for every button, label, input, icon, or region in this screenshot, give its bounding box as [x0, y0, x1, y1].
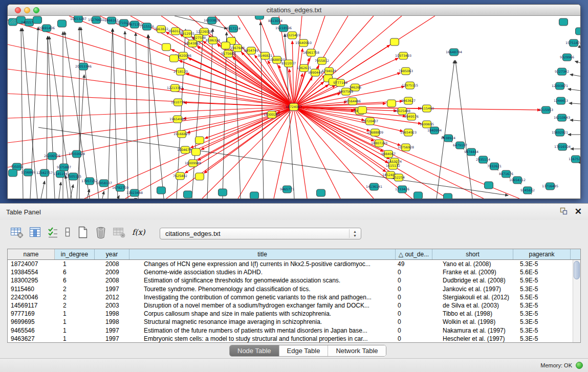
- graph-node[interactable]: 2935114: [476, 156, 490, 163]
- graph-node[interactable]: 17016504: [554, 143, 571, 150]
- graph-node[interactable]: 18720407: [362, 118, 378, 125]
- graph-node[interactable]: [317, 189, 325, 196]
- table-settings-icon[interactable]: [10, 226, 24, 240]
- graph-node[interactable]: [9, 169, 17, 177]
- graph-node[interactable]: 7485063: [399, 68, 413, 75]
- tab-edge-table[interactable]: Edge Table: [279, 345, 329, 356]
- table-selector-dropdown[interactable]: citations_edges.txt ▲▼: [160, 228, 361, 239]
- table-vertical-scrollbar[interactable]: [573, 260, 580, 342]
- close-panel-icon[interactable]: ✕: [575, 208, 582, 216]
- graph-node[interactable]: 11923448: [126, 189, 143, 196]
- graph-node[interactable]: [192, 148, 201, 156]
- graph-node[interactable]: [255, 16, 264, 19]
- graph-node[interactable]: 15751874: [565, 39, 580, 47]
- column-header[interactable]: name: [8, 249, 55, 259]
- graph-node[interactable]: 8938924: [441, 135, 455, 142]
- graph-node[interactable]: 16009948: [185, 160, 201, 167]
- graph-node[interactable]: 8454749: [244, 47, 258, 54]
- function-builder-icon[interactable]: f(x): [132, 226, 146, 240]
- window-titlebar[interactable]: citations_edges.txt: [8, 5, 580, 16]
- graph-node[interactable]: 8322037: [281, 60, 296, 67]
- graph-node[interactable]: 6497568: [339, 88, 353, 95]
- tab-node-table[interactable]: Node Table: [230, 345, 279, 356]
- graph-node[interactable]: 9245652: [520, 187, 535, 194]
- graph-node[interactable]: [219, 189, 227, 196]
- resize-grip-icon[interactable]: [8, 16, 16, 24]
- graph-node[interactable]: 1733426: [395, 186, 409, 193]
- table-row[interactable]: 977716911998Corpus callosum shape and si…: [8, 310, 580, 318]
- memory-status-indicator[interactable]: [576, 362, 583, 369]
- graph-node[interactable]: 10654112: [509, 177, 526, 184]
- column-header[interactable]: pagerank: [513, 249, 571, 259]
- column-header[interactable]: in_degree: [55, 249, 95, 259]
- graph-node[interactable]: 2367608: [230, 45, 245, 52]
- graph-node[interactable]: 12093871: [552, 82, 568, 90]
- graph-node[interactable]: 9474444: [464, 148, 478, 156]
- graph-node[interactable]: 1244413: [554, 97, 568, 104]
- graph-node[interactable]: 19166825: [173, 130, 190, 138]
- graph-node[interactable]: [250, 192, 259, 199]
- graph-node[interactable]: 8471676: [499, 170, 513, 178]
- graph-canvas[interactable]: 2405571720691406106532871527660264661611…: [8, 16, 580, 199]
- graph-node[interactable]: 19218596: [275, 25, 292, 32]
- column-checklist-icon[interactable]: [47, 226, 58, 240]
- graph-node[interactable]: [485, 182, 493, 189]
- graph-node[interactable]: 7832621: [487, 163, 502, 170]
- minimize-window-button[interactable]: [24, 7, 30, 13]
- graph-node[interactable]: [358, 106, 367, 114]
- graph-node[interactable]: 6794028: [322, 68, 336, 75]
- graph-node[interactable]: 7515526: [140, 23, 154, 30]
- graph-node[interactable]: 9115460: [420, 105, 434, 112]
- table-mode-icon[interactable]: [64, 226, 71, 240]
- column-header[interactable]: △ out_de...: [396, 249, 432, 259]
- table-row[interactable]: 969969511998Structural magnetic resonanc…: [8, 318, 580, 326]
- graph-node[interactable]: [170, 55, 179, 62]
- graph-node[interactable]: 7663822: [154, 26, 168, 33]
- table-row[interactable]: 2242004622012Investigating the contribut…: [8, 293, 580, 301]
- graph-node[interactable]: 10688809: [367, 129, 383, 136]
- table-row[interactable]: 946554611997Estimation of the future num…: [8, 326, 580, 335]
- graph-node[interactable]: 1167533: [569, 156, 580, 163]
- graph-node[interactable]: 9884067: [381, 150, 396, 158]
- graph-node[interactable]: 15325419: [284, 32, 300, 39]
- graph-node[interactable]: [387, 100, 396, 107]
- column-header[interactable]: year: [95, 249, 129, 259]
- graph-node[interactable]: 12342757: [36, 169, 53, 177]
- graph-node[interactable]: [414, 192, 423, 199]
- graph-node[interactable]: [162, 43, 171, 51]
- graph-node[interactable]: 9227342: [555, 68, 569, 75]
- table-row[interactable]: 1938455462009Genome-wide association stu…: [8, 268, 580, 276]
- graph-node[interactable]: 7625402: [173, 172, 187, 180]
- column-header[interactable]: title: [129, 249, 396, 259]
- graph-node[interactable]: 1156869: [21, 169, 35, 176]
- graph-node[interactable]: 12975115: [402, 82, 418, 89]
- graph-node[interactable]: [157, 187, 166, 194]
- tab-network-table[interactable]: Network Table: [328, 345, 385, 356]
- table-row[interactable]: 1830029562008Estimation of significance …: [8, 276, 580, 285]
- graph-node[interactable]: 2949576: [404, 113, 419, 120]
- graph-node[interactable]: 17359928: [69, 150, 85, 158]
- graph-node[interactable]: 16648784: [446, 49, 462, 56]
- graph-node[interactable]: 16961758: [303, 49, 319, 56]
- graph-node[interactable]: 10653287: [70, 16, 86, 23]
- graph-node[interactable]: [444, 193, 452, 199]
- graph-node[interactable]: 9463627: [401, 97, 416, 104]
- graph-node[interactable]: 20206576: [44, 152, 60, 160]
- graph-node[interactable]: [559, 18, 568, 26]
- graph-node[interactable]: 16782759: [112, 184, 128, 191]
- table-row[interactable]: 1456911722003Disruption of a novel membe…: [8, 301, 580, 310]
- table-row[interactable]: 911546021997Tourette syndrome. Phenomeno…: [8, 285, 580, 293]
- graph-node[interactable]: 14136141: [366, 183, 382, 190]
- trash-icon[interactable]: [95, 226, 107, 241]
- graph-node[interactable]: [184, 191, 192, 198]
- graph-node[interactable]: 13716485: [542, 183, 558, 190]
- graph-node[interactable]: 12505115: [65, 173, 81, 180]
- graph-node[interactable]: 1810755: [171, 99, 185, 106]
- graph-node[interactable]: 18807293: [371, 140, 387, 147]
- graph-node[interactable]: [33, 16, 42, 24]
- graph-node[interactable]: [576, 28, 581, 35]
- graph-node[interactable]: 20053346: [75, 63, 92, 70]
- column-header[interactable]: short: [432, 249, 513, 259]
- graph-node[interactable]: 15276602: [88, 16, 104, 24]
- graph-node[interactable]: 16210643: [554, 114, 570, 121]
